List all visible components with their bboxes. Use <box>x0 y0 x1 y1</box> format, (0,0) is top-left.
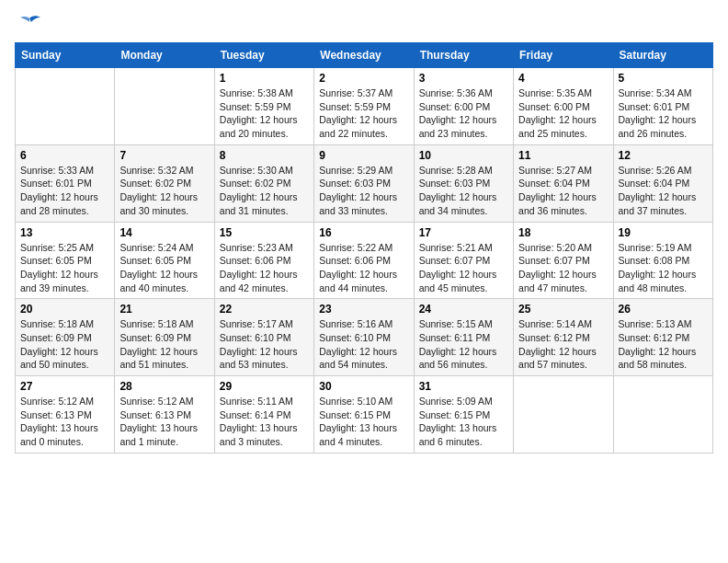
day-info: Sunrise: 5:09 AMSunset: 6:15 PMDaylight:… <box>419 395 508 449</box>
calendar-cell: 9Sunrise: 5:29 AMSunset: 6:03 PMDaylight… <box>314 144 414 222</box>
day-info: Sunrise: 5:16 AMSunset: 6:10 PMDaylight:… <box>319 317 408 372</box>
day-info: Sunrise: 5:23 AMSunset: 6:06 PMDaylight:… <box>220 241 309 295</box>
day-number: 8 <box>220 149 309 162</box>
day-number: 5 <box>619 72 708 85</box>
day-number: 22 <box>220 303 309 316</box>
day-info: Sunrise: 5:19 AMSunset: 6:08 PMDaylight:… <box>619 241 708 295</box>
calendar-header-tuesday: Tuesday <box>214 43 313 68</box>
calendar-cell: 23Sunrise: 5:16 AMSunset: 6:10 PMDayligh… <box>314 299 414 376</box>
day-number: 4 <box>518 72 608 85</box>
calendar-cell: 27Sunrise: 5:12 AMSunset: 6:13 PMDayligh… <box>16 376 115 454</box>
day-info: Sunrise: 5:34 AMSunset: 6:01 PMDaylight:… <box>619 86 708 141</box>
day-number: 15 <box>220 226 309 239</box>
day-info: Sunrise: 5:18 AMSunset: 6:09 PMDaylight:… <box>119 317 209 372</box>
calendar-cell: 25Sunrise: 5:14 AMSunset: 6:12 PMDayligh… <box>514 299 613 376</box>
calendar-cell: 3Sunrise: 5:36 AMSunset: 6:00 PMDaylight… <box>414 68 513 145</box>
calendar-cell <box>115 68 214 145</box>
calendar-cell: 28Sunrise: 5:12 AMSunset: 6:13 PMDayligh… <box>115 376 214 454</box>
calendar-cell: 31Sunrise: 5:09 AMSunset: 6:15 PMDayligh… <box>414 376 513 454</box>
day-info: Sunrise: 5:22 AMSunset: 6:06 PMDaylight:… <box>319 241 408 295</box>
day-number: 16 <box>319 226 408 239</box>
day-info: Sunrise: 5:35 AMSunset: 6:00 PMDaylight:… <box>518 86 608 141</box>
day-number: 29 <box>220 380 309 393</box>
day-number: 12 <box>619 149 708 162</box>
day-number: 6 <box>20 149 109 162</box>
calendar-cell: 4Sunrise: 5:35 AMSunset: 6:00 PMDaylight… <box>514 68 613 145</box>
calendar-cell: 20Sunrise: 5:18 AMSunset: 6:09 PMDayligh… <box>16 299 115 376</box>
calendar-cell: 24Sunrise: 5:15 AMSunset: 6:11 PMDayligh… <box>414 299 513 376</box>
calendar-cell: 10Sunrise: 5:28 AMSunset: 6:03 PMDayligh… <box>414 144 513 222</box>
calendar-week-row: 6Sunrise: 5:33 AMSunset: 6:01 PMDaylight… <box>16 144 713 222</box>
calendar-week-row: 1Sunrise: 5:38 AMSunset: 5:59 PMDaylight… <box>16 68 713 145</box>
calendar-week-row: 20Sunrise: 5:18 AMSunset: 6:09 PMDayligh… <box>16 299 713 376</box>
calendar-cell: 1Sunrise: 5:38 AMSunset: 5:59 PMDaylight… <box>214 68 313 145</box>
calendar-cell: 6Sunrise: 5:33 AMSunset: 6:01 PMDaylight… <box>16 144 115 222</box>
day-number: 17 <box>419 226 508 239</box>
calendar-cell: 15Sunrise: 5:23 AMSunset: 6:06 PMDayligh… <box>214 222 313 299</box>
calendar-cell: 30Sunrise: 5:10 AMSunset: 6:15 PMDayligh… <box>314 376 414 454</box>
day-number: 24 <box>419 303 508 316</box>
day-number: 31 <box>419 380 508 393</box>
calendar-header-friday: Friday <box>514 43 613 68</box>
calendar-cell: 13Sunrise: 5:25 AMSunset: 6:05 PMDayligh… <box>16 222 115 299</box>
day-number: 13 <box>20 226 109 239</box>
calendar-header-row: SundayMondayTuesdayWednesdayThursdayFrid… <box>16 43 713 68</box>
day-number: 11 <box>518 149 608 162</box>
calendar-header-thursday: Thursday <box>414 43 513 68</box>
day-info: Sunrise: 5:26 AMSunset: 6:04 PMDaylight:… <box>619 164 708 218</box>
day-number: 14 <box>119 226 209 239</box>
calendar-cell: 21Sunrise: 5:18 AMSunset: 6:09 PMDayligh… <box>115 299 214 376</box>
page-header <box>15 15 713 31</box>
day-info: Sunrise: 5:14 AMSunset: 6:12 PMDaylight:… <box>518 317 608 372</box>
calendar-week-row: 13Sunrise: 5:25 AMSunset: 6:05 PMDayligh… <box>16 222 713 299</box>
calendar-cell: 8Sunrise: 5:30 AMSunset: 6:02 PMDaylight… <box>214 144 313 222</box>
day-info: Sunrise: 5:11 AMSunset: 6:14 PMDaylight:… <box>220 395 309 449</box>
day-info: Sunrise: 5:21 AMSunset: 6:07 PMDaylight:… <box>419 241 508 295</box>
calendar-cell: 17Sunrise: 5:21 AMSunset: 6:07 PMDayligh… <box>414 222 513 299</box>
calendar-cell <box>613 376 712 454</box>
calendar-header-wednesday: Wednesday <box>314 43 414 68</box>
day-info: Sunrise: 5:15 AMSunset: 6:11 PMDaylight:… <box>419 317 508 372</box>
day-info: Sunrise: 5:32 AMSunset: 6:02 PMDaylight:… <box>119 164 209 218</box>
day-info: Sunrise: 5:13 AMSunset: 6:12 PMDaylight:… <box>619 317 708 372</box>
day-number: 3 <box>419 72 508 85</box>
day-info: Sunrise: 5:28 AMSunset: 6:03 PMDaylight:… <box>419 164 508 218</box>
calendar-week-row: 27Sunrise: 5:12 AMSunset: 6:13 PMDayligh… <box>16 376 713 454</box>
day-number: 23 <box>319 303 408 316</box>
calendar-cell: 12Sunrise: 5:26 AMSunset: 6:04 PMDayligh… <box>613 144 712 222</box>
day-number: 18 <box>518 226 608 239</box>
day-number: 20 <box>20 303 109 316</box>
calendar-cell <box>16 68 115 145</box>
day-info: Sunrise: 5:27 AMSunset: 6:04 PMDaylight:… <box>518 164 608 218</box>
day-info: Sunrise: 5:18 AMSunset: 6:09 PMDaylight:… <box>20 317 109 372</box>
day-number: 30 <box>319 380 408 393</box>
day-info: Sunrise: 5:33 AMSunset: 6:01 PMDaylight:… <box>20 164 109 218</box>
day-number: 21 <box>119 303 209 316</box>
day-number: 19 <box>619 226 708 239</box>
calendar-cell: 2Sunrise: 5:37 AMSunset: 5:59 PMDaylight… <box>314 68 414 145</box>
day-info: Sunrise: 5:12 AMSunset: 6:13 PMDaylight:… <box>119 395 209 449</box>
calendar-header-sunday: Sunday <box>16 43 115 68</box>
calendar-cell: 5Sunrise: 5:34 AMSunset: 6:01 PMDaylight… <box>613 68 712 145</box>
calendar-cell: 29Sunrise: 5:11 AMSunset: 6:14 PMDayligh… <box>214 376 313 454</box>
calendar-cell <box>514 376 613 454</box>
day-info: Sunrise: 5:38 AMSunset: 5:59 PMDaylight:… <box>220 86 309 141</box>
calendar-header-monday: Monday <box>115 43 214 68</box>
day-number: 26 <box>619 303 708 316</box>
day-info: Sunrise: 5:10 AMSunset: 6:15 PMDaylight:… <box>319 395 408 449</box>
calendar-cell: 7Sunrise: 5:32 AMSunset: 6:02 PMDaylight… <box>115 144 214 222</box>
day-info: Sunrise: 5:37 AMSunset: 5:59 PMDaylight:… <box>319 86 408 141</box>
day-number: 28 <box>119 380 209 393</box>
calendar-cell: 11Sunrise: 5:27 AMSunset: 6:04 PMDayligh… <box>514 144 613 222</box>
calendar-cell: 16Sunrise: 5:22 AMSunset: 6:06 PMDayligh… <box>314 222 414 299</box>
calendar-cell: 14Sunrise: 5:24 AMSunset: 6:05 PMDayligh… <box>115 222 214 299</box>
day-number: 7 <box>119 149 209 162</box>
day-info: Sunrise: 5:36 AMSunset: 6:00 PMDaylight:… <box>419 86 508 141</box>
day-info: Sunrise: 5:29 AMSunset: 6:03 PMDaylight:… <box>319 164 408 218</box>
calendar-cell: 19Sunrise: 5:19 AMSunset: 6:08 PMDayligh… <box>613 222 712 299</box>
logo-bird-icon <box>17 15 42 35</box>
day-number: 1 <box>220 72 309 85</box>
day-number: 10 <box>419 149 508 162</box>
day-number: 9 <box>319 149 408 162</box>
day-number: 25 <box>518 303 608 316</box>
